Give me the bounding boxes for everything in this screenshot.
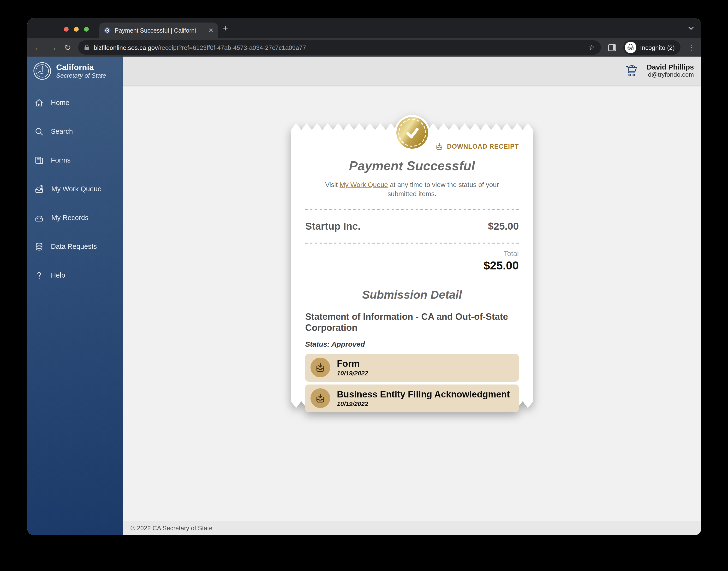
user-info[interactable]: David Phillips d@tryfondo.com [647, 64, 694, 79]
sidebar-item-label: Data Requests [51, 243, 97, 250]
download-circle-icon [310, 388, 330, 408]
site-favicon-icon [104, 27, 111, 34]
submission-detail-title: Submission Detail [305, 288, 519, 302]
sidebar-item-my-records[interactable]: My Records [27, 203, 123, 232]
work-queue-icon [34, 184, 44, 194]
address-bar[interactable]: bizfileonline.sos.ca.gov/receipt?ref=612… [79, 40, 601, 54]
sidebar-item-data-requests[interactable]: Data Requests [27, 232, 123, 261]
total-label: Total [305, 249, 519, 258]
divider [305, 243, 519, 244]
note-suffix: at any time to view the status of your s… [387, 181, 499, 198]
receipt-body: DOWNLOAD RECEIPT Payment Successful Visi… [291, 130, 533, 401]
receipt-title: Payment Successful [305, 159, 519, 174]
tab-title: Payment Successful | Californi [115, 27, 204, 34]
sidebar-item-label: Search [51, 127, 73, 135]
my-work-queue-link[interactable]: My Work Queue [340, 181, 388, 189]
sidebar-item-my-work-queue[interactable]: My Work Queue [27, 175, 123, 203]
minimize-window-button[interactable] [74, 27, 79, 32]
close-window-button[interactable] [64, 27, 69, 32]
forms-icon [34, 155, 44, 165]
browser-tab[interactable]: Payment Successful | Californi ✕ [99, 22, 218, 38]
user-email: d@tryfondo.com [647, 72, 694, 78]
lock-icon [84, 44, 90, 51]
browser-menu-icon[interactable]: ⋮ [688, 43, 695, 52]
checkmark-icon [402, 123, 422, 143]
screen: Payment Successful | Californi ✕ + ← → ↻… [0, 0, 728, 571]
note-prefix: Visit [325, 181, 340, 189]
database-icon [34, 242, 44, 251]
app-footer: © 2022 CA Secretary of State [123, 521, 701, 535]
forward-icon[interactable]: → [49, 43, 57, 51]
reload-icon[interactable]: ↻ [64, 43, 71, 51]
sidebar-item-search[interactable]: Search [27, 117, 123, 146]
line-item-row: Startup Inc. $25.00 [305, 210, 519, 243]
brand[interactable]: California Secretary of State [27, 56, 123, 85]
document-label: Business Entity Filing Acknowledgment [337, 389, 510, 400]
window-controls [64, 27, 89, 32]
receipt-note: Visit My Work Queue at any time to view … [311, 180, 513, 199]
sidebar-nav: Home Search Forms My Work Queue [27, 85, 123, 290]
line-item-name: Startup Inc. [305, 221, 361, 232]
success-badge-icon [394, 115, 430, 150]
submission-name: Statement of Information - CA and Out-of… [305, 311, 519, 333]
sidebar: California Secretary of State Home Searc… [27, 56, 123, 535]
zoom-window-button[interactable] [84, 27, 89, 32]
tab-search-chevron-icon[interactable] [688, 26, 694, 30]
tab-close-icon[interactable]: ✕ [208, 27, 213, 33]
document-label: Form [337, 359, 368, 369]
sidebar-item-help[interactable]: Help [27, 261, 123, 290]
incognito-badge[interactable]: Incognito (2) [623, 40, 680, 54]
brand-title: California [56, 63, 106, 72]
back-icon[interactable]: ← [33, 43, 42, 51]
sidebar-item-label: Help [51, 271, 65, 279]
total-amount: $25.00 [305, 259, 519, 273]
cart-icon[interactable] [625, 65, 638, 77]
help-icon [34, 271, 44, 280]
download-circle-icon [310, 358, 330, 377]
download-form-card[interactable]: Form 10/19/2022 [305, 354, 519, 382]
document-date: 10/19/2022 [337, 369, 368, 376]
home-icon [34, 98, 44, 107]
total-block: Total $25.00 [305, 249, 519, 273]
document-date: 10/19/2022 [337, 400, 510, 407]
records-icon [34, 213, 44, 222]
sidebar-item-label: Forms [51, 156, 71, 164]
download-acknowledgment-card[interactable]: Business Entity Filing Acknowledgment 10… [305, 384, 519, 412]
download-receipt-label: DOWNLOAD RECEIPT [447, 143, 519, 150]
app-header: David Phillips d@tryfondo.com [123, 56, 701, 85]
side-panel-icon[interactable] [608, 44, 616, 51]
receipt: DOWNLOAD RECEIPT Payment Successful Visi… [291, 123, 533, 408]
search-icon [34, 127, 44, 136]
browser-window: Payment Successful | Californi ✕ + ← → ↻… [27, 18, 701, 535]
sidebar-item-label: Home [51, 99, 69, 106]
url-domain: bizfileonline.sos.ca.gov [94, 44, 158, 51]
new-tab-button[interactable]: + [223, 23, 228, 33]
incognito-icon [625, 42, 636, 53]
download-icon [436, 142, 444, 150]
page: California Secretary of State Home Searc… [27, 56, 701, 535]
line-item-amount: $25.00 [488, 221, 519, 232]
california-seal-icon [33, 62, 51, 80]
browser-toolbar: ← → ↻ bizfileonline.sos.ca.gov/receipt?r… [27, 38, 701, 56]
sidebar-item-label: My Work Queue [51, 185, 101, 193]
copyright-text: © 2022 CA Secretary of State [130, 524, 212, 532]
brand-subtitle: Secretary of State [56, 72, 106, 79]
sidebar-item-home[interactable]: Home [27, 88, 123, 117]
sidebar-item-label: My Records [51, 214, 89, 222]
user-name: David Phillips [647, 64, 694, 72]
main-column: David Phillips d@tryfondo.com [123, 56, 701, 535]
url-path: /receipt?ref=6123ff0f-47ab-4573-a034-27c… [158, 44, 306, 51]
sidebar-item-forms[interactable]: Forms [27, 146, 123, 175]
browser-tab-bar: Payment Successful | Californi ✕ + [27, 18, 701, 38]
bookmark-star-icon[interactable]: ☆ [588, 43, 595, 52]
incognito-label: Incognito (2) [640, 44, 675, 51]
main-content: DOWNLOAD RECEIPT Payment Successful Visi… [123, 85, 701, 521]
submission-status: Status: Approved [305, 340, 519, 348]
url-text: bizfileonline.sos.ca.gov/receipt?ref=612… [94, 44, 585, 51]
